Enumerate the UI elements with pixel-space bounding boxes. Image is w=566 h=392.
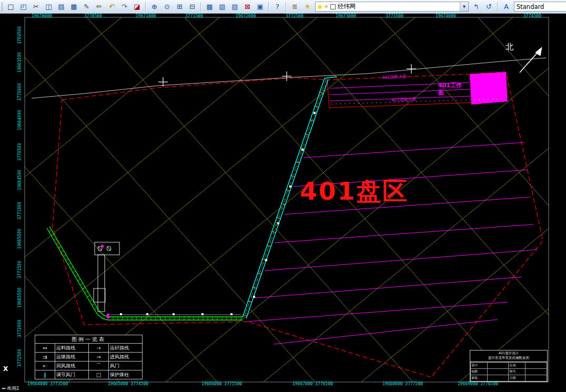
north-label: 北 [506,43,513,51]
coord-label-bottom: 19666000 3775500 [201,382,242,386]
undo-icon[interactable]: ↶ [106,1,118,13]
coord-label-left: 3771500 [18,261,22,278]
paste-icon[interactable]: ▤ [55,1,67,13]
print-icon[interactable]: ▦ [68,1,80,13]
ucs-x-label: X [3,366,8,372]
coord-label-left: 19663500 [18,52,22,73]
text-style-icon[interactable]: A [500,1,512,13]
zoom-realtime-icon[interactable]: ⊙ [161,1,173,13]
chevron-down-icon[interactable]: ▼ [460,2,468,11]
legend-symbol: ⇉ [35,353,55,362]
title-block-cell [487,368,509,375]
coord-label-left: 19665500 [18,287,22,308]
layer-properties-icon[interactable]: ≣ [289,1,301,13]
layer-color-chip [330,4,336,9]
legend-symbol: → [89,353,109,362]
tab-nav-icon[interactable]: ◂◂ [2,387,5,390]
legend-item-label: 运煤路线 [55,353,89,362]
coord-label-top: 19671000 [136,14,156,18]
coord-label-left: 19664000 [18,110,22,130]
legend-title: 图例一览表 [35,335,143,344]
title-block-cell: 制图 [471,368,488,375]
coord-label-top: 3770500 [84,14,102,18]
toolbar-separator [145,2,146,12]
sun-icon: ☀ [324,4,329,9]
copy-icon[interactable]: ◫ [43,1,55,13]
toolbar-grip[interactable] [2,2,3,12]
title-block-line1: 401盘区设计 [470,351,547,356]
legend-row: ∥调节风门□保护煤柱 [35,370,143,379]
legend-symbol: ↔ [35,344,55,353]
zoom-in-icon[interactable]: ⊕ [148,1,160,13]
coord-label-bottom: 19665000 3774500 [108,382,148,386]
coord-label-top: 3771500 [185,14,203,18]
layer-manager-icon[interactable]: ▩ [204,1,216,13]
legend-symbol: ⇢ [89,344,109,353]
help-icon[interactable]: ? [271,1,284,13]
title-block-cell [525,375,547,381]
legend-item-label: 调节风门 [55,370,89,379]
legend-symbol: ⌒ [89,362,109,370]
title-block-line2: 盘区巷道布置及机械配备图 [470,356,547,360]
layer-states-icon[interactable]: ☀ [301,1,314,13]
title-block: 401盘区设计 盘区巷道布置及机械配备图 设计比例制图图号审核日期 [470,350,548,382]
coord-label-top: 3774500 [523,14,541,18]
layer-control-combo[interactable]: ●☀经纬网▼ [315,2,469,12]
coord-label-left: 3770000 [18,83,22,101]
text-style-combo[interactable]: Standard▼ [514,2,566,12]
text-style-combo-value: Standard [517,3,566,11]
layer-previous-icon[interactable]: ↺ [483,1,495,13]
title-block-row: 制图图号 [471,368,547,375]
properties-icon[interactable]: ▧ [229,1,241,13]
coord-label-left: 3769500 [18,26,22,44]
cut-icon[interactable]: ✂ [30,1,42,13]
title-block-cell [487,375,509,381]
panel-boundary [53,72,543,377]
coord-label-top: 3773500 [386,14,403,18]
new-icon[interactable]: □ [5,1,17,13]
toolbar-separator [286,2,287,12]
coord-label-left: 19664500 [18,170,22,190]
legend-row: ↔运料路线⇢运矸路线 [35,344,143,353]
legend-item-label: 回风路线 [55,362,89,370]
title-block-row: 设计比例 [471,362,547,368]
legend-row: ⇠回风路线⌒风门 [35,362,143,370]
legend-item-label: 运矸路线 [109,344,143,353]
legend-item-label: 运料路线 [55,344,89,353]
coord-label-top: 19672000 [236,14,256,18]
coord-label-top: 19670000 [32,14,52,18]
title-block-cell [525,362,547,368]
coord-label-top: 19674000 [436,14,456,18]
coord-label-left: 19665000 [18,229,22,249]
coord-label-left: 3772500 [18,349,22,367]
title-block-cell [525,368,547,375]
legend-item-label: 进风路线 [109,353,143,362]
edit-icon[interactable]: ✎ [80,1,93,13]
hatch-icon[interactable]: ▨ [216,1,228,13]
drawing-canvas[interactable]: 401盘区 401工作面 401回风大巷 401运输大巷 北 X 1967000… [0,14,566,392]
open-icon[interactable]: ◰ [17,1,29,13]
panel-region-title: 401盘区 [300,179,409,203]
zoom-previous-icon[interactable]: ⊟ [186,1,198,13]
legend-symbol: ∥ [35,370,55,379]
layer-control-combo-value: 经纬网 [338,3,458,11]
zoom-window-icon[interactable]: ⊞ [174,1,186,13]
close-drawing-icon[interactable]: ⊠ [241,1,254,13]
toolbar: □◰✂◫▤▦✎✏↶↷◪⊕⊙⊞⊟▩▨▧⊠▣?≣☀●☀经纬网▼↰↺AStandard… [0,0,566,14]
title-block-cell: 日期 [509,375,525,381]
legend-symbol: ⇠ [35,362,55,370]
redo-icon[interactable]: ↷ [118,1,130,13]
make-layer-current-icon[interactable]: ↰ [470,1,482,13]
tab-layout1[interactable]: 布局1 [7,386,19,391]
coord-label-bottom: 19669000 3778500 [458,382,498,386]
table-icon[interactable]: ▣ [254,1,266,13]
toolbar-separator [200,2,201,12]
yard-markers [101,245,109,318]
title-block-cell: 设计 [471,362,488,368]
station-markers [120,112,316,315]
working-face-fill [470,72,508,105]
title-block-row: 审核日期 [471,375,547,381]
layout-tab-bar: ◂◂ 布局1 [0,385,19,392]
erase-icon[interactable]: ◪ [131,1,143,13]
match-properties-icon[interactable]: ✏ [93,1,105,13]
